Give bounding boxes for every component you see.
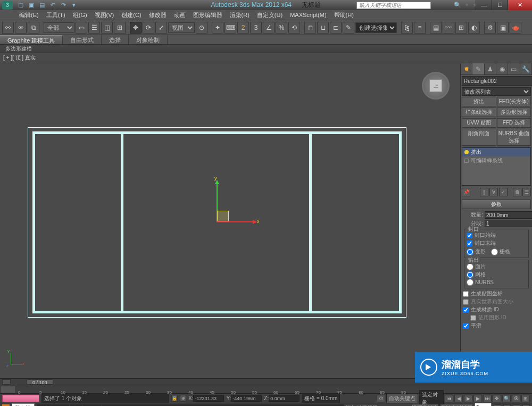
modifier-list-dropdown[interactable]: 修改器列表 — [462, 87, 531, 96]
menu-rendering[interactable]: 渲染(R) — [230, 11, 250, 19]
realworld-check[interactable] — [463, 299, 469, 305]
spinner-snap-icon[interactable]: ⟲ — [288, 22, 300, 34]
coord-z-input[interactable] — [269, 395, 300, 402]
mod-btn-ffd[interactable]: FFD(长方体) — [497, 97, 531, 106]
close-button[interactable]: ✕ — [508, 0, 532, 10]
mod-btn-uvw[interactable]: UVW 贴图 — [462, 118, 496, 128]
rollout-parameters[interactable]: 参数 — [462, 200, 531, 209]
magnet3-icon[interactable]: ⊏ — [330, 22, 342, 34]
vp-pan-icon[interactable]: ✥ — [493, 395, 501, 402]
script-tag-icon[interactable] — [2, 404, 10, 407]
morph-radio[interactable] — [467, 248, 473, 255]
app-logo[interactable]: 3 — [2, 1, 13, 10]
qat-save-icon[interactable]: ▤ — [38, 2, 46, 9]
layers-icon[interactable]: ▤ — [430, 22, 442, 34]
tab-hierarchy-icon[interactable]: ♟ — [485, 63, 496, 74]
time-slider-handle[interactable]: 0 / 100 — [27, 379, 53, 385]
setkey-button[interactable]: 设置关键点 — [412, 404, 438, 407]
mod-btn-polysel[interactable]: 多边形选择 — [497, 107, 531, 117]
named-sel-set[interactable]: 创建选择集 — [355, 22, 397, 33]
bulb-icon[interactable] — [464, 150, 469, 154]
autokey-button[interactable]: 自动关键点 — [386, 394, 418, 403]
pin-stack-icon[interactable]: 📌 — [462, 188, 470, 196]
menu-edit[interactable]: 编辑(E) — [19, 11, 39, 19]
gen-mat-check[interactable] — [463, 307, 469, 313]
mod-btn-ffdsel[interactable]: FFD 选择 — [497, 118, 531, 128]
mirror-icon[interactable]: ⧎ — [401, 22, 413, 34]
select-name-icon[interactable]: ☰ — [88, 22, 100, 34]
material-icon[interactable]: ◐ — [468, 22, 480, 34]
mod-btn-extrude[interactable]: 挤出 — [462, 97, 496, 106]
stack-btn3-icon[interactable]: ✓ — [499, 188, 508, 196]
lock-icon[interactable]: 🔒 — [171, 395, 178, 402]
angle-snap-icon[interactable]: ∠ — [263, 22, 275, 34]
amount-input[interactable] — [485, 211, 532, 219]
menu-create[interactable]: 创建(C) — [121, 11, 141, 19]
ref-coord-system[interactable]: 视图 — [168, 22, 195, 33]
goto-end-icon[interactable]: ⏭ — [483, 395, 492, 402]
help-search-input[interactable] — [356, 2, 431, 9]
ribbon-tab-freeform[interactable]: 自由形式 — [63, 35, 102, 44]
gen-uv-check[interactable] — [463, 291, 469, 297]
qat-open-icon[interactable]: ▣ — [28, 2, 35, 9]
qat-undo-icon[interactable]: ↶ — [49, 2, 56, 9]
select-icon[interactable]: ▭ — [76, 22, 87, 34]
vp-fov-icon[interactable]: ⦿ — [512, 395, 520, 402]
gizmo-xy-plane[interactable] — [217, 211, 229, 221]
smooth-check[interactable] — [463, 323, 469, 329]
coord-y-input[interactable] — [231, 395, 262, 402]
current-frame-input[interactable] — [475, 403, 492, 406]
vp-max-icon[interactable]: ⊞ — [521, 395, 530, 402]
menu-help[interactable]: 帮助(H) — [334, 11, 354, 19]
timeslider-grip-icon[interactable] — [2, 379, 11, 385]
tab-create-icon[interactable]: ✹ — [461, 63, 472, 74]
qat-redo-icon[interactable]: ↷ — [60, 2, 67, 9]
menu-views[interactable]: 视图(V) — [95, 11, 114, 19]
mod-btn-chamfer[interactable]: 削角剖面 — [462, 129, 496, 146]
menu-animation[interactable]: 动画 — [174, 11, 186, 19]
grid-radio[interactable] — [491, 248, 498, 255]
viewport-label[interactable]: [ + ][ 顶 ] 真实 — [0, 53, 532, 63]
menu-group[interactable]: 组(G) — [73, 11, 87, 19]
ribbon-tab-graphite[interactable]: Graphite 建模工具 — [0, 35, 63, 44]
manip-icon[interactable]: ✦ — [212, 22, 223, 34]
goto-start-icon[interactable]: ⏮ — [445, 395, 453, 402]
tab-motion-icon[interactable]: ◉ — [496, 63, 508, 74]
modifier-stack[interactable]: 挤出 可编辑样条线 — [462, 147, 531, 186]
select-region-icon[interactable]: ◫ — [101, 22, 113, 34]
bind-icon[interactable]: ⧉ — [28, 22, 39, 34]
pivot-icon[interactable]: ⊙ — [196, 22, 207, 34]
align-icon[interactable]: ≡ — [414, 22, 426, 34]
window-crossing-icon[interactable]: ⊞ — [114, 22, 126, 34]
render-setup-icon[interactable]: ⚙ — [484, 22, 496, 34]
magnet2-icon[interactable]: ⊔ — [317, 22, 329, 34]
paint-icon[interactable]: ✎ — [343, 22, 354, 34]
prev-frame-icon[interactable]: ◀ — [454, 395, 463, 402]
transform-gizmo[interactable]: x y — [210, 179, 263, 232]
move-icon[interactable]: ✥ — [130, 22, 142, 34]
menu-customize[interactable]: 自定义(U) — [257, 11, 282, 19]
cap-start-check[interactable] — [467, 233, 472, 238]
snap2d-icon[interactable]: 2 — [237, 22, 249, 34]
key-selset[interactable]: 选定对象 — [419, 390, 444, 407]
segs-input[interactable] — [485, 220, 532, 227]
unlink-icon[interactable]: ⚮ — [15, 22, 27, 34]
stack-item-editspline[interactable]: 可编辑样条线 — [462, 156, 530, 165]
vp-zoom-icon[interactable]: 🔍 — [502, 395, 511, 402]
render-frame-icon[interactable]: ▣ — [497, 22, 509, 34]
play-icon[interactable]: ▶ — [464, 395, 472, 402]
menu-graph[interactable]: 图形编辑器 — [193, 11, 222, 19]
link-icon[interactable]: ⚯ — [2, 22, 14, 34]
viewport[interactable]: x y x y z 上 — [0, 63, 460, 378]
time-config-icon[interactable]: ⏱ — [377, 395, 385, 402]
tab-utilities-icon[interactable]: 🔧 — [520, 63, 532, 74]
next-frame-icon[interactable]: ▶ — [473, 395, 482, 402]
infocenter-key-icon[interactable]: ✦ — [464, 2, 469, 9]
viewcube-face[interactable]: 上 — [429, 79, 442, 92]
mod-btn-splinesel[interactable]: 样条线选择 — [462, 107, 496, 117]
render-icon[interactable]: 🫖 — [510, 22, 521, 34]
snap3d-icon[interactable]: 3 — [250, 22, 262, 34]
gizmo-x-axis[interactable] — [217, 221, 256, 222]
schematic-icon[interactable]: ⊞ — [455, 22, 467, 34]
percent-snap-icon[interactable]: % — [276, 22, 287, 34]
